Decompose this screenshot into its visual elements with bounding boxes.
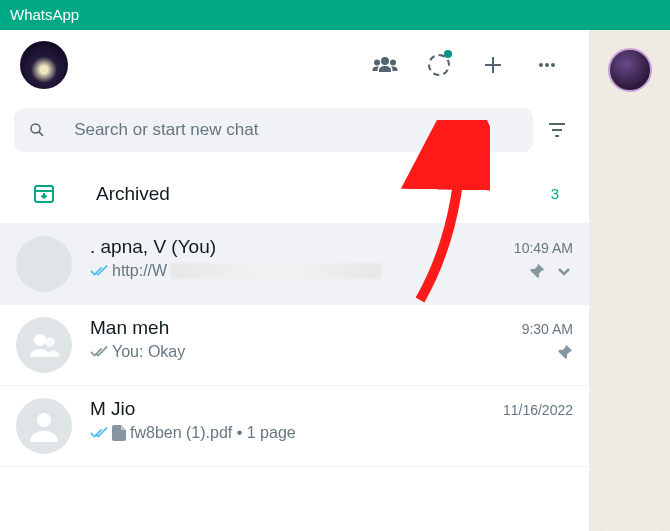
plus-icon xyxy=(481,53,505,77)
archived-count: 3 xyxy=(551,185,559,202)
filter-button[interactable] xyxy=(539,121,575,139)
svg-point-2 xyxy=(390,60,396,66)
archived-label: Archived xyxy=(96,183,551,205)
chat-preview: fw8ben (1).pdf • 1 page xyxy=(90,424,573,442)
chat-row[interactable]: Man meh 9:30 AM You: Okay xyxy=(0,305,589,386)
svg-point-6 xyxy=(545,63,549,67)
contact-avatar[interactable] xyxy=(608,48,652,92)
chat-name: M Jio xyxy=(90,398,495,420)
chevron-down-icon[interactable] xyxy=(555,262,573,280)
svg-line-9 xyxy=(39,132,43,136)
delivered-ticks-icon xyxy=(90,345,108,359)
chat-pane xyxy=(590,30,670,531)
chat-time: 9:30 AM xyxy=(522,321,573,337)
svg-point-16 xyxy=(45,337,55,347)
pin-icon xyxy=(557,344,573,360)
status-button[interactable] xyxy=(417,43,461,87)
svg-point-8 xyxy=(31,124,40,133)
document-icon xyxy=(112,425,126,441)
svg-point-15 xyxy=(34,334,46,346)
sidebar: Archived 3 . apna, V (You) 10:49 AM http… xyxy=(0,30,590,531)
chat-avatar[interactable] xyxy=(16,317,72,373)
chat-name: Man meh xyxy=(90,317,514,339)
chat-preview: http://W xyxy=(90,262,521,280)
new-chat-button[interactable] xyxy=(471,43,515,87)
status-icon xyxy=(428,54,450,76)
window-titlebar: WhatsApp xyxy=(0,0,670,30)
chat-preview: You: Okay xyxy=(90,343,549,361)
archived-row[interactable]: Archived 3 xyxy=(0,164,589,224)
svg-point-5 xyxy=(539,63,543,67)
sidebar-header xyxy=(0,30,589,100)
chat-time: 10:49 AM xyxy=(514,240,573,256)
redacted-text xyxy=(171,263,381,279)
chat-time: 11/16/2022 xyxy=(503,402,573,418)
my-avatar[interactable] xyxy=(20,41,68,89)
svg-point-17 xyxy=(37,413,51,427)
svg-point-0 xyxy=(381,57,389,65)
chat-avatar[interactable] xyxy=(16,398,72,454)
chat-avatar[interactable] xyxy=(16,236,72,292)
pin-icon xyxy=(529,263,545,279)
read-ticks-icon xyxy=(90,264,108,278)
search-box[interactable] xyxy=(14,108,533,152)
more-icon xyxy=(535,53,559,77)
chat-row[interactable]: M Jio 11/16/2022 fw8ben (1).pdf • 1 page xyxy=(0,386,589,467)
archive-icon xyxy=(33,184,55,204)
filter-icon xyxy=(547,121,567,139)
svg-point-7 xyxy=(551,63,555,67)
window-title: WhatsApp xyxy=(10,6,79,23)
read-ticks-icon xyxy=(90,426,108,440)
chat-row[interactable]: . apna, V (You) 10:49 AM http://W xyxy=(0,224,589,305)
communities-icon xyxy=(372,55,398,75)
communities-button[interactable] xyxy=(363,43,407,87)
chat-name: . apna, V (You) xyxy=(90,236,506,258)
search-icon xyxy=(28,120,46,140)
menu-button[interactable] xyxy=(525,43,569,87)
search-input[interactable] xyxy=(74,120,519,140)
svg-point-1 xyxy=(374,60,380,66)
